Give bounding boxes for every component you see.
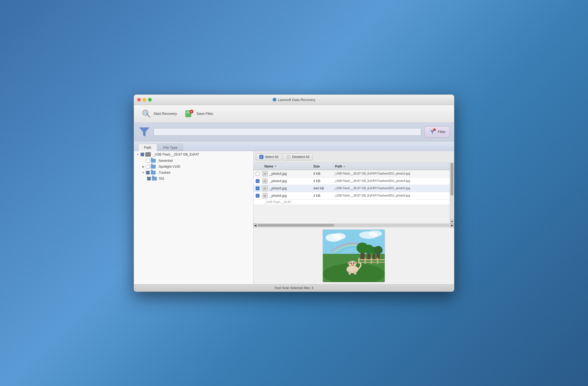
preview-image	[323, 229, 385, 282]
row-checkbox-cell-2	[254, 185, 262, 192]
row-checkbox-2[interactable]	[256, 186, 259, 190]
cell-size-1: 4 KB	[311, 179, 333, 183]
scroll-handle[interactable]	[258, 224, 334, 227]
scroll-left-button[interactable]: ◀	[254, 223, 257, 227]
save-files-button[interactable]: + Save Files	[181, 107, 216, 120]
deselect-all-icon	[286, 155, 291, 159]
cell-size-0: 4 KB	[311, 172, 333, 176]
deselect-all-button[interactable]: Deselect All	[283, 153, 313, 160]
cell-name-2: jpg ._photo5.jpg	[262, 186, 311, 191]
tree-checkbox-fseventsd[interactable]	[146, 159, 150, 163]
tree-label-spotlight: .Spotlight-V100	[158, 165, 180, 169]
horizontal-scrollbar[interactable]: ◀ ▶	[254, 223, 454, 227]
svg-rect-36	[371, 258, 372, 264]
svg-rect-6	[186, 113, 189, 113]
svg-point-19	[332, 233, 346, 239]
th-path[interactable]: Path ▲	[333, 163, 450, 170]
drive-icon	[145, 152, 151, 157]
cell-path-2: _USB Flash__28.87 GB_ExFAT\Trashes\501\_…	[333, 186, 450, 190]
main-content: ▼ _USB Flash__28.87 GB_ExFAT .fseventsd …	[134, 151, 454, 284]
tree-checkbox-spotlight[interactable]	[146, 165, 150, 169]
tree-arrow-down[interactable]: ▼	[136, 153, 139, 156]
row-checkbox-cell-0	[254, 170, 262, 177]
row-checkbox-3[interactable]	[256, 194, 259, 198]
filter-button[interactable]: + Filter	[424, 126, 450, 138]
tree-root-item[interactable]: ▼ _USB Flash__28.87 GB_ExFAT	[134, 151, 253, 158]
cell-path-0: _USB Flash__28.87 GB_ExFAT\Trashes\501\_…	[333, 172, 450, 175]
save-files-icon: +	[184, 109, 194, 119]
tree-checkbox-trashes[interactable]	[146, 171, 150, 175]
svg-rect-35	[365, 258, 366, 264]
close-button[interactable]	[137, 98, 141, 102]
th-checkbox	[254, 163, 262, 170]
tree-root-label: _USB Flash__28.87 GB_ExFAT	[153, 153, 199, 156]
window-title: Lazesoft Data Recovery	[273, 98, 315, 102]
table-row[interactable]: jpg ._photo3.jpg 4 KB _USB Flash__28.87 …	[254, 170, 450, 178]
tree-arrow-right[interactable]: ▶	[142, 165, 145, 168]
cell-size-2: 444 KB	[311, 186, 333, 190]
search-bar: + Filter	[134, 123, 454, 141]
svg-text:+: +	[434, 129, 435, 131]
tree-item-fseventsd[interactable]: .fseventsd	[134, 158, 253, 164]
tab-path[interactable]: Path	[138, 144, 157, 151]
scroll-track[interactable]	[258, 224, 450, 227]
row-checkbox-0[interactable]	[256, 172, 259, 176]
file-list-panel: ✓ Select All Deselect All	[254, 151, 454, 284]
tab-file-type[interactable]: File Type	[158, 144, 183, 151]
maximize-button[interactable]	[148, 98, 152, 102]
svg-text:+: +	[190, 110, 192, 113]
row-checkbox-1[interactable]	[256, 179, 259, 183]
minimize-button[interactable]	[143, 98, 146, 102]
search-input[interactable]	[154, 128, 421, 136]
cell-path-3: _USB Flash__28.87 GB_ExFAT\Trashes\501\_…	[333, 194, 450, 197]
file-thumb-1: jpg	[262, 178, 268, 184]
folder-icon-501	[152, 177, 157, 181]
main-window: Lazesoft Data Recovery 🔍 Start Recovery …	[134, 94, 454, 292]
tree-item-spotlight[interactable]: ▶ .Spotlight-V100	[134, 164, 253, 170]
tree-checkbox-root[interactable]	[140, 153, 144, 156]
table-header: Name ▼ Size Path ▲	[254, 163, 450, 170]
scroll-down-button[interactable]: ▼	[450, 220, 454, 223]
cell-name-3: jpg ._photo6.jpg	[262, 193, 311, 198]
svg-line-2	[147, 115, 150, 117]
table-row[interactable]: jpg ._photo5.jpg 444 KB _USB Flash__28.8…	[254, 185, 450, 192]
svg-rect-16	[287, 155, 290, 159]
titlebar: Lazesoft Data Recovery	[134, 95, 454, 105]
file-tree-panel: ▼ _USB Flash__28.87 GB_ExFAT .fseventsd …	[134, 151, 254, 284]
tree-checkbox-501[interactable]	[147, 177, 151, 181]
file-table-wrapper: Name ▼ Size Path ▲	[254, 163, 454, 223]
tree-arrow-trashes[interactable]: ▼	[142, 171, 145, 174]
cell-name-0: jpg ._photo3.jpg	[262, 171, 311, 176]
preview-area	[254, 227, 454, 284]
scrollbar-thumb[interactable]	[451, 163, 453, 195]
tree-item-501[interactable]: 501	[134, 176, 253, 182]
search-funnel-icon	[138, 126, 150, 138]
svg-point-42	[351, 263, 352, 264]
svg-rect-5	[186, 112, 190, 112]
table-row[interactable]: jpg ._photo6.jpg 4 KB _USB Flash__28.87 …	[254, 192, 450, 200]
folder-icon-trashes	[151, 171, 156, 175]
start-recovery-icon: 🔍	[142, 109, 151, 119]
tree-arrow-space	[142, 159, 145, 162]
table-row[interactable]: jpg ._photo4.jpg 4 KB _USB Flash__28.87 …	[254, 178, 450, 185]
select-all-icon: ✓	[259, 155, 264, 159]
vertical-scrollbar[interactable]: ▼	[450, 163, 454, 223]
row-checkbox-cell-3	[254, 192, 262, 199]
filter-icon: +	[429, 128, 436, 136]
th-size[interactable]: Size	[311, 163, 333, 170]
cell-size-3: 4 KB	[311, 194, 333, 198]
tab-bar: Path File Type	[134, 141, 454, 151]
select-all-button[interactable]: ✓ Select All	[256, 153, 282, 160]
status-bar: Fast Scan Selected files: 3	[134, 284, 454, 292]
start-recovery-button[interactable]: 🔍 Start Recovery	[138, 107, 180, 120]
scroll-right-button[interactable]: ▶	[450, 223, 454, 227]
table-row-partial: _USB Flash__28.87...	[254, 200, 450, 205]
tree-label-trashes: .Trashes	[158, 171, 170, 175]
app-icon	[273, 98, 276, 102]
th-name[interactable]: Name ▼	[262, 163, 311, 170]
file-table[interactable]: Name ▼ Size Path ▲	[254, 163, 450, 223]
tree-label-fseventsd: .fseventsd	[158, 159, 173, 163]
svg-text:🔍: 🔍	[144, 111, 148, 115]
tree-item-trashes[interactable]: ▼ .Trashes	[134, 170, 253, 176]
tree-label-501: 501	[159, 177, 164, 181]
